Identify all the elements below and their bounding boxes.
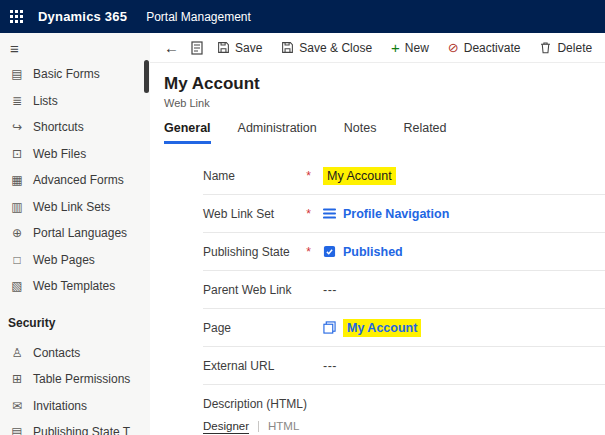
- invitations-icon: ✉: [10, 399, 24, 413]
- sidebar-item-basic-forms[interactable]: ▤ Basic Forms: [0, 61, 150, 88]
- web-templates-icon: ▧: [10, 279, 24, 293]
- sidebar-item-web-templates[interactable]: ▧ Web Templates: [0, 273, 150, 300]
- required-asterisk: *: [306, 207, 311, 221]
- save-label: Save: [235, 41, 262, 55]
- tab-administration[interactable]: Administration: [238, 121, 317, 144]
- sidebar-scrollbar-thumb[interactable]: [144, 60, 149, 93]
- web-files-icon: ⊡: [10, 147, 24, 161]
- sidebar-item-label: Lists: [33, 94, 58, 108]
- sidebar-item-lists[interactable]: ≣ Lists: [0, 88, 150, 115]
- hamburger-menu-icon[interactable]: ≡: [0, 33, 150, 61]
- sidebar-item-label: Web Files: [33, 147, 86, 161]
- sidebar-item-publishing-state[interactable]: ▤ Publishing State T: [0, 419, 150, 435]
- external-url-field-label: External URL: [203, 359, 274, 373]
- record-header: My Account Web Link: [150, 63, 605, 109]
- basic-forms-icon: ▤: [10, 67, 24, 81]
- form-fields: Name * My Account Web Link Set * Profile…: [203, 157, 605, 385]
- deactivate-button[interactable]: ⊘ Deactivate: [448, 41, 521, 55]
- record-entity-type: Web Link: [164, 97, 605, 109]
- field-row-publishing-state: Publishing State * Published: [203, 233, 605, 271]
- sidebar-item-contacts[interactable]: ♙ Contacts: [0, 340, 150, 367]
- plus-icon: +: [391, 40, 400, 55]
- table-permissions-icon: ⊞: [10, 372, 24, 386]
- tab-general[interactable]: General: [164, 121, 211, 144]
- web-pages-icon: □: [10, 253, 24, 267]
- sidebar-item-web-files[interactable]: ⊡ Web Files: [0, 141, 150, 168]
- description-field-label: Description (HTML): [203, 397, 605, 411]
- app-name[interactable]: Portal Management: [146, 10, 251, 24]
- web-link-set-field-label: Web Link Set: [203, 207, 274, 221]
- sitemap-sidebar: ≡ ▤ Basic Forms ≣ Lists ↪ Shortcuts ⊡ We…: [0, 33, 150, 435]
- sidebar-item-table-permissions[interactable]: ⊞ Table Permissions: [0, 366, 150, 393]
- external-url-field-value[interactable]: ---: [323, 359, 337, 373]
- web-link-set-lookup-icon: [323, 207, 336, 220]
- save-icon: [217, 41, 230, 54]
- field-row-name: Name * My Account: [203, 157, 605, 195]
- form-tabs: General Administration Notes Related: [164, 121, 605, 144]
- page-lookup-value[interactable]: My Account: [343, 319, 421, 337]
- deactivate-icon: ⊘: [448, 41, 459, 54]
- description-tab-designer[interactable]: Designer: [203, 420, 249, 432]
- parent-web-link-field-value[interactable]: ---: [323, 283, 337, 297]
- sidebar-item-label: Web Link Sets: [33, 200, 110, 214]
- delete-button[interactable]: Delete: [539, 41, 592, 55]
- delete-trash-icon: [539, 41, 552, 54]
- sidebar-item-label: Publishing State T: [33, 425, 130, 435]
- field-row-web-link-set: Web Link Set * Profile Navigation: [203, 195, 605, 233]
- field-row-page: Page My Account: [203, 309, 605, 347]
- document-icon: [191, 41, 203, 55]
- description-tab-html[interactable]: HTML: [268, 420, 299, 432]
- web-link-set-lookup-value[interactable]: Profile Navigation: [343, 207, 449, 221]
- sidebar-item-portal-languages[interactable]: ⊕ Portal Languages: [0, 220, 150, 247]
- sidebar-item-label: Advanced Forms: [33, 173, 124, 187]
- publishing-state-lookup-value[interactable]: Published: [343, 245, 403, 259]
- tab-related[interactable]: Related: [403, 121, 446, 144]
- sidebar-item-shortcuts[interactable]: ↪ Shortcuts: [0, 114, 150, 141]
- sidebar-item-web-pages[interactable]: □ Web Pages: [0, 247, 150, 274]
- contacts-icon: ♙: [10, 346, 24, 360]
- page-lookup-icon: [323, 321, 336, 334]
- name-field-value[interactable]: My Account: [323, 167, 396, 185]
- portal-languages-icon: ⊕: [10, 226, 24, 240]
- new-label: New: [405, 41, 429, 55]
- save-button[interactable]: Save: [217, 41, 262, 55]
- command-bar: ← Save Save & Close + New ⊘ Deactivate D…: [150, 33, 605, 63]
- back-arrow-icon: ←: [164, 40, 179, 55]
- deactivate-label: Deactivate: [464, 41, 521, 55]
- tab-notes[interactable]: Notes: [344, 121, 377, 144]
- top-app-bar: Dynamics 365 Portal Management: [0, 0, 605, 33]
- sidebar-item-label: Portal Languages: [33, 226, 127, 240]
- web-link-sets-icon: ▥: [10, 200, 24, 214]
- record-title: My Account: [164, 74, 605, 94]
- new-button[interactable]: + New: [391, 40, 429, 55]
- sidebar-item-label: Table Permissions: [33, 372, 130, 386]
- lists-icon: ≣: [10, 94, 24, 108]
- name-field-label: Name: [203, 169, 235, 183]
- advanced-forms-icon: ▦: [10, 173, 24, 187]
- tab-separator: [258, 421, 259, 432]
- save-and-close-icon: [281, 41, 294, 54]
- waffle-menu-icon[interactable]: [10, 10, 23, 23]
- save-and-close-button[interactable]: Save & Close: [281, 41, 372, 55]
- sidebar-item-label: Contacts: [33, 346, 80, 360]
- page-field-label: Page: [203, 321, 231, 335]
- shortcuts-icon: ↪: [10, 120, 24, 134]
- parent-web-link-field-label: Parent Web Link: [203, 283, 292, 297]
- sidebar-item-label: Web Pages: [33, 253, 95, 267]
- product-title[interactable]: Dynamics 365: [38, 9, 127, 24]
- description-section: Description (HTML) Designer HTML: [203, 397, 605, 435]
- sidebar-item-label: Invitations: [33, 399, 87, 413]
- sidebar-item-web-link-sets[interactable]: ▥ Web Link Sets: [0, 194, 150, 221]
- field-row-external-url: External URL ---: [203, 347, 605, 385]
- publishing-state-sidebar-icon: ▤: [10, 425, 24, 435]
- form-document-button[interactable]: [191, 41, 203, 55]
- required-asterisk: *: [306, 169, 311, 183]
- sidebar-item-invitations[interactable]: ✉ Invitations: [0, 393, 150, 420]
- sidebar-item-advanced-forms[interactable]: ▦ Advanced Forms: [0, 167, 150, 194]
- field-row-parent-web-link: Parent Web Link ---: [203, 271, 605, 309]
- sidebar-section-security: Security: [0, 300, 150, 340]
- sidebar-item-label: Web Templates: [33, 279, 115, 293]
- back-button[interactable]: ←: [164, 40, 179, 55]
- sidebar-item-label: Basic Forms: [33, 67, 100, 81]
- sidebar-item-label: Shortcuts: [33, 120, 84, 134]
